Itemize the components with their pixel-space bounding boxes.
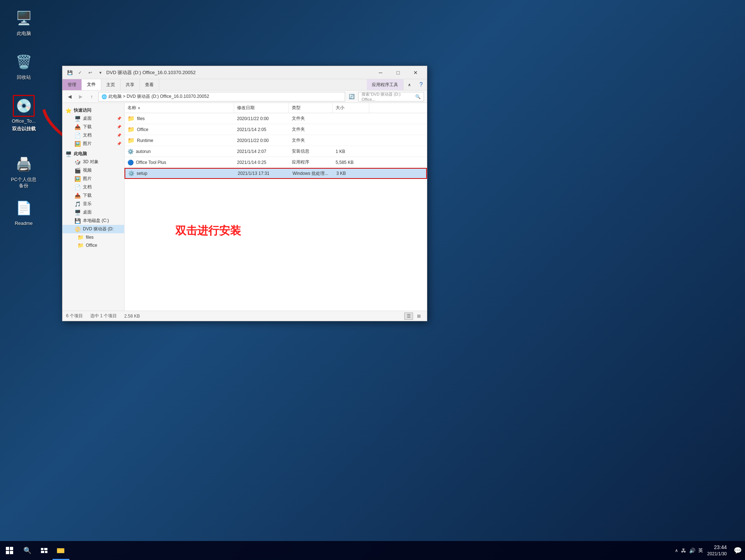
downloads2-label: 下载 — [83, 192, 92, 199]
desktop-icon-recycle-bin[interactable]: 🗑️ 回收站 — [7, 51, 40, 81]
file-size-files — [333, 113, 369, 124]
tab-apptools[interactable]: 应用程序工具 — [367, 79, 404, 90]
maximize-button[interactable]: □ — [390, 66, 406, 79]
videos-label: 视频 — [83, 167, 92, 173]
folder-runtime-icon: 📁 — [127, 137, 135, 144]
3d-objects-icon: 🎲 — [74, 159, 81, 165]
sidebar-item-office-sub[interactable]: 📁 Office — [62, 241, 124, 249]
desktop-icon-this-pc[interactable]: 🖥️ 此电脑 — [7, 7, 40, 37]
pin-icon: 📌 — [117, 116, 121, 120]
sidebar-item-desktop2[interactable]: 🖥️ 桌面 — [62, 208, 124, 216]
title-bar: 💾 ✓ ↩ ▾ DVD 驱动器 (D:) Office_16.0.10370.2… — [62, 66, 427, 79]
tab-manage[interactable]: 管理 — [62, 79, 82, 90]
col-header-type[interactable]: 类型 — [289, 103, 333, 113]
tab-share[interactable]: 共享 — [121, 79, 140, 90]
local-disk-c-icon: 💾 — [74, 218, 81, 224]
desktop-icon-readme[interactable]: 📄 Readme — [7, 197, 40, 227]
readme-label: Readme — [15, 220, 33, 227]
task-view-button[interactable] — [36, 541, 53, 560]
tab-view[interactable]: 查看 — [140, 79, 159, 90]
autorun-icon: ⚙️ — [127, 149, 134, 154]
file-date-office: 2021/1/14 2:05 — [234, 124, 289, 135]
svg-rect-3 — [6, 551, 9, 554]
tray-network-icon[interactable]: 🖧 — [681, 548, 686, 553]
empty-area — [125, 179, 427, 215]
task-view-icon — [41, 548, 47, 553]
sidebar-item-videos[interactable]: 🎬 视频 — [62, 166, 124, 174]
help-btn[interactable]: ? — [415, 79, 427, 90]
file-row-autorun[interactable]: ⚙️ autorun 2021/1/14 2:07 安装信息 1 KB — [125, 146, 427, 157]
file-size-runtime — [333, 135, 369, 146]
notification-button[interactable]: 💬 — [730, 541, 745, 560]
setup-icon: ⚙️ — [128, 170, 134, 176]
this-pc-sidebar-label: 此电脑 — [74, 151, 87, 157]
this-pc-sidebar-icon: 🖥️ — [65, 151, 72, 157]
file-name-text-setup: setup — [137, 171, 147, 176]
quick-save-btn[interactable]: 💾 — [65, 68, 74, 77]
sidebar-item-3d-objects[interactable]: 🎲 3D 对象 — [62, 158, 124, 166]
tab-file[interactable]: 文件 — [82, 79, 101, 90]
file-explorer-taskbar-button[interactable] — [53, 541, 69, 560]
file-date-setup: 2021/1/13 17:31 — [235, 169, 290, 178]
office-iso-sublabel: 双击以挂载 — [12, 126, 36, 132]
file-row-office[interactable]: 📁 Office 2021/1/14 2:05 文件夹 — [125, 124, 427, 135]
tray-clock[interactable]: 23:44 2021/1/30 — [707, 544, 727, 557]
videos-icon: 🎬 — [74, 168, 81, 173]
tray-volume-icon[interactable]: 🔊 — [689, 548, 695, 553]
close-button[interactable]: ✕ — [407, 66, 424, 79]
quick-access-label: 快速访问 — [74, 107, 91, 114]
start-button[interactable] — [0, 541, 19, 560]
search-box[interactable]: 搜索"DVD 驱动器 (D:) Office... 🔍 — [358, 92, 424, 101]
sidebar-item-quick-access[interactable]: ⭐ 快速访问 — [62, 106, 124, 114]
sidebar-item-dvd-drive-d[interactable]: 📀 DVD 驱动器 (D: — [62, 225, 124, 233]
sidebar-item-this-pc[interactable]: 🖥️ 此电脑 — [62, 149, 124, 158]
ribbon: 管理 文件 主页 共享 查看 应用程序工具 ∧ ? — [62, 79, 427, 91]
col-header-date[interactable]: 修改日期 — [234, 103, 289, 113]
file-name-office: 📁 Office — [125, 124, 234, 135]
office-iso-label: Office_To... — [12, 118, 36, 124]
tab-home[interactable]: 主页 — [101, 79, 121, 90]
up-button[interactable]: ↑ — [87, 92, 96, 101]
tray-date: 2021/1/30 — [707, 551, 727, 557]
sidebar-item-documents1[interactable]: 📄 文档 📌 — [62, 131, 124, 139]
sidebar-item-downloads1[interactable]: 📥 下载 📌 — [62, 123, 124, 131]
sidebar-item-local-disk-c[interactable]: 💾 本地磁盘 (C:) — [62, 216, 124, 225]
sidebar-item-pictures1[interactable]: 🖼️ 图片 📌 — [62, 139, 124, 148]
desktop1-label: 桌面 — [83, 115, 92, 122]
sidebar-item-files-sub[interactable]: 📁 files — [62, 233, 124, 241]
quick-undo-btn[interactable]: ↩ — [86, 68, 95, 77]
col-header-size[interactable]: 大小 — [333, 103, 369, 113]
documents2-label: 文档 — [83, 184, 92, 190]
tray-expand-icon[interactable]: ∧ — [675, 548, 678, 553]
forward-button[interactable]: ▶ — [76, 92, 85, 101]
pictures2-label: 图片 — [83, 176, 92, 182]
view-large-icons-btn[interactable]: ⊞ — [414, 312, 423, 320]
search-button[interactable]: 🔍 — [19, 541, 36, 560]
quick-check-btn[interactable]: ✓ — [76, 68, 84, 77]
address-path-display[interactable]: 🌐 此电脑 > DVD 驱动器 (D:) Office_16.0.10370.2… — [98, 92, 345, 101]
minimize-button[interactable]: ─ — [372, 66, 389, 79]
tray-icons-group: ∧ 🖧 🔊 英 — [675, 547, 703, 554]
tray-lang-indicator[interactable]: 英 — [698, 547, 703, 554]
svg-rect-1 — [6, 547, 9, 550]
dvd-drive-d-label: DVD 驱动器 (D: — [83, 226, 114, 232]
file-row-files[interactable]: 📁 files 2020/11/22 0:00 文件夹 — [125, 113, 427, 124]
sidebar-item-documents2[interactable]: 📄 文档 — [62, 183, 124, 191]
file-row-runtime[interactable]: 📁 Runtime 2020/11/22 0:00 文件夹 — [125, 135, 427, 146]
file-row-otp[interactable]: 🔵 Office Tool Plus 2021/1/14 0:25 应用程序 5… — [125, 157, 427, 168]
sidebar-item-pictures2[interactable]: 🖼️ 图片 — [62, 174, 124, 183]
sidebar-item-music[interactable]: 🎵 音乐 — [62, 200, 124, 208]
quick-dropdown-btn[interactable]: ▾ — [96, 68, 105, 77]
ribbon-collapse-btn[interactable]: ∧ — [404, 79, 415, 90]
sidebar-item-desktop1[interactable]: 🖥️ 桌面 📌 — [62, 114, 124, 123]
desktop-icon-pc-info[interactable]: 🖨️ PC个人信息 备份 — [7, 153, 40, 189]
desktop1-icon: 🖥️ — [74, 116, 81, 122]
col-header-name[interactable]: 名称 ∧ — [125, 103, 234, 113]
view-details-btn[interactable]: ☰ — [404, 312, 413, 320]
sidebar-item-downloads2[interactable]: 📥 下载 — [62, 191, 124, 200]
file-row-setup[interactable]: ⚙️ setup 2021/1/13 17:31 Windows 批处理... … — [125, 168, 427, 179]
file-name-otp: 🔵 Office Tool Plus — [125, 157, 234, 168]
back-button[interactable]: ◀ — [65, 92, 74, 101]
desktop-icon-office-iso[interactable]: 💿 Office_To... 双击以挂载 — [7, 95, 40, 132]
refresh-button[interactable]: 🔄 — [347, 92, 356, 101]
